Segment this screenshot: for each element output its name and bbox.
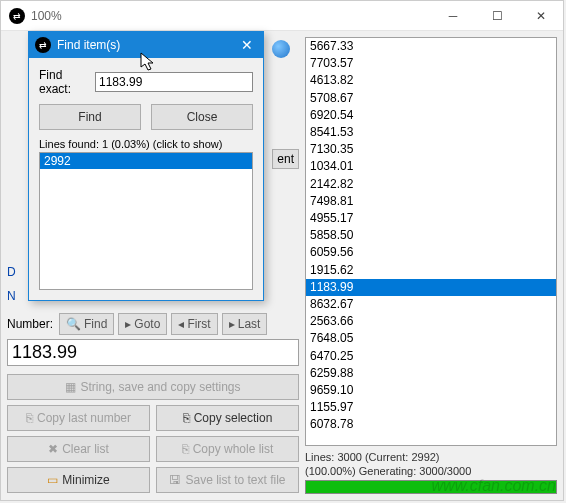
list-row[interactable]: 6470.25: [306, 348, 556, 365]
find-button[interactable]: 🔍Find: [59, 313, 114, 335]
dialog-icon: ⇄: [35, 37, 51, 53]
results-list[interactable]: 2992: [39, 152, 253, 290]
copy-selection-button[interactable]: ⎘Copy selection: [156, 405, 299, 431]
list-row[interactable]: 6259.88: [306, 365, 556, 382]
goto-button[interactable]: ▸Goto: [118, 313, 167, 335]
number-list[interactable]: 5667.337703.574613.825708.676920.548541.…: [305, 37, 557, 446]
list-row[interactable]: 9659.10: [306, 382, 556, 399]
clear-list-button[interactable]: ✖Clear list: [7, 436, 150, 462]
search-icon: 🔍: [66, 317, 81, 331]
dialog-find-button[interactable]: Find: [39, 104, 141, 130]
list-row[interactable]: 7130.35: [306, 141, 556, 158]
list-row[interactable]: 1034.01: [306, 158, 556, 175]
list-row[interactable]: 8632.67: [306, 296, 556, 313]
list-row[interactable]: 2563.66: [306, 313, 556, 330]
globe-icon[interactable]: [272, 40, 290, 58]
status-lines: Lines: 3000 (Current: 2992): [305, 450, 557, 464]
d-label: D: [7, 265, 16, 279]
last-button[interactable]: ▸Last: [222, 313, 268, 335]
list-row[interactable]: 5667.33: [306, 38, 556, 55]
find-exact-label: Find exact:: [39, 68, 91, 96]
close-button[interactable]: ✕: [519, 1, 563, 31]
list-row[interactable]: 4613.82: [306, 72, 556, 89]
minimize-icon: ▭: [47, 473, 58, 487]
copy-icon: ⎘: [182, 442, 189, 456]
number-label: Number:: [7, 317, 53, 331]
list-row[interactable]: 6059.56: [306, 244, 556, 261]
list-row[interactable]: 1183.99: [306, 279, 556, 296]
list-row[interactable]: 5858.50: [306, 227, 556, 244]
list-row[interactable]: 8541.53: [306, 124, 556, 141]
copy-whole-button[interactable]: ⎘Copy whole list: [156, 436, 299, 462]
list-row[interactable]: 2142.82: [306, 176, 556, 193]
delete-icon: ✖: [48, 442, 58, 456]
minimize-button[interactable]: ─: [431, 1, 475, 31]
dialog-titlebar[interactable]: ⇄ Find item(s) ✕: [29, 32, 263, 58]
list-row[interactable]: 1915.62: [306, 262, 556, 279]
first-icon: ◂: [178, 317, 184, 331]
list-row[interactable]: 7648.05: [306, 330, 556, 347]
app-icon: ⇄: [9, 8, 25, 24]
number-input[interactable]: [7, 339, 299, 366]
result-item[interactable]: 2992: [40, 153, 252, 169]
n-label: N: [7, 289, 16, 303]
first-button[interactable]: ◂First: [171, 313, 217, 335]
list-row[interactable]: 6078.78: [306, 416, 556, 433]
maximize-button[interactable]: ☐: [475, 1, 519, 31]
save-list-button[interactable]: 🖫Save list to text file: [156, 467, 299, 493]
copy-last-button[interactable]: ⎘Copy last number: [7, 405, 150, 431]
right-panel: 5667.337703.574613.825708.676920.548541.…: [305, 37, 557, 494]
list-row[interactable]: 7498.81: [306, 193, 556, 210]
copy-icon: ⎘: [183, 411, 190, 425]
find-exact-input[interactable]: [95, 72, 253, 92]
list-row[interactable]: 4955.17: [306, 210, 556, 227]
progress-bar: [305, 480, 557, 494]
minimize-app-button[interactable]: ▭Minimize: [7, 467, 150, 493]
string-save-copy-button[interactable]: ▦String, save and copy settings: [7, 374, 299, 400]
dialog-close-button[interactable]: ✕: [237, 37, 257, 53]
list-row[interactable]: 1155.97: [306, 399, 556, 416]
window-title: 100%: [31, 9, 431, 23]
titlebar[interactable]: ⇄ 100% ─ ☐ ✕: [1, 1, 563, 31]
last-icon: ▸: [229, 317, 235, 331]
copy-icon: ⎘: [26, 411, 33, 425]
save-icon: 🖫: [169, 473, 181, 487]
find-dialog: ⇄ Find item(s) ✕ Find exact: Find Close …: [28, 31, 264, 301]
goto-icon: ▸: [125, 317, 131, 331]
status-generating: (100.00%) Generating: 3000/3000: [305, 464, 557, 478]
hidden-button-fragment[interactable]: ent: [272, 149, 299, 169]
list-row[interactable]: 6920.54: [306, 107, 556, 124]
list-row[interactable]: 5708.67: [306, 90, 556, 107]
settings-icon: ▦: [65, 380, 76, 394]
lines-found-text[interactable]: Lines found: 1 (0.03%) (click to show): [39, 138, 253, 150]
dialog-close-btn[interactable]: Close: [151, 104, 253, 130]
list-row[interactable]: 7703.57: [306, 55, 556, 72]
dialog-title: Find item(s): [57, 38, 237, 52]
